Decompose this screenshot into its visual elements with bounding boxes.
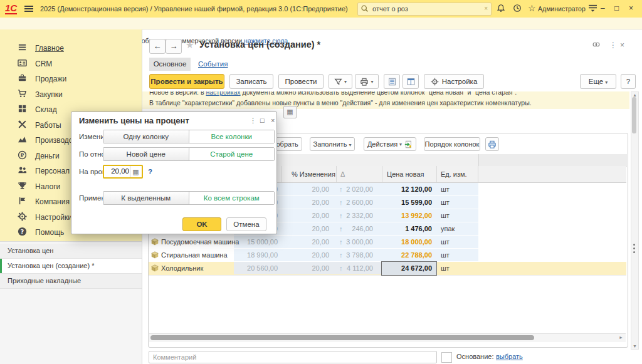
- ok-button[interactable]: OK: [182, 217, 221, 231]
- cell-nomenclature: Холодильник: [161, 264, 203, 272]
- actions-dropdown-button[interactable]: Действия▾: [364, 137, 416, 151]
- hscroll-right-arrow[interactable]: ►: [619, 335, 623, 340]
- history-icon[interactable]: [513, 4, 522, 13]
- service-menu-icon[interactable]: [588, 4, 597, 12]
- get-link-icon[interactable]: [592, 41, 601, 48]
- comment-input[interactable]: Комментарий: [149, 351, 437, 363]
- cell-unit: шт: [441, 264, 450, 272]
- company-icon: [18, 196, 28, 206]
- option-new-price[interactable]: Новой цене: [103, 148, 189, 160]
- vscroll-down-arrow[interactable]: ▼: [632, 344, 638, 348]
- window-close-button[interactable]: ×: [629, 4, 633, 13]
- purchases-icon: [18, 89, 28, 99]
- notifications-bell-icon[interactable]: [497, 4, 505, 13]
- fill-dropdown-button[interactable]: Заполнить▾: [310, 137, 355, 151]
- sidebar-item-sales[interactable]: Продажи: [0, 72, 142, 87]
- vscroll-thumb[interactable]: [632, 97, 636, 133]
- column-order-button[interactable]: Порядок колонок: [424, 137, 480, 151]
- tab-events[interactable]: События: [198, 58, 228, 71]
- tab-main[interactable]: Основное: [149, 58, 191, 71]
- favorite-star-icon[interactable]: ★: [186, 39, 194, 51]
- basis-expand-box[interactable]: [441, 352, 452, 363]
- sidebar-item-label: Главное: [35, 44, 64, 53]
- table-row[interactable]: Посудомоечная машина15 000,0020,00↑3 000…: [149, 236, 626, 249]
- open-window-item[interactable]: Установка цен: [0, 244, 142, 259]
- main-menu-icon[interactable]: [24, 4, 34, 13]
- form-vertical-scrollbar[interactable]: ▲ ▼: [631, 91, 639, 350]
- column-header-new-price[interactable]: Цена новая: [382, 166, 437, 183]
- basis-select-link[interactable]: выбрать: [496, 353, 523, 360]
- table-horizontal-scrollbar[interactable]: ►: [149, 333, 626, 342]
- option-old-price[interactable]: Старой цене: [189, 148, 275, 160]
- option-one-column[interactable]: Одну колонку: [103, 130, 189, 143]
- back-button[interactable]: ←: [149, 39, 166, 54]
- print-list-button[interactable]: [485, 137, 499, 151]
- cell-pct-change: 20,00: [282, 264, 329, 272]
- global-search-input[interactable]: отчет о роз ×: [357, 3, 492, 16]
- warehouse-icon: [18, 104, 28, 114]
- sidebar-item-main[interactable]: Главное: [0, 41, 142, 56]
- money-icon: P: [18, 150, 28, 160]
- settings-icon: [18, 212, 28, 222]
- taxes-icon: [18, 181, 28, 191]
- cancel-button[interactable]: Отмена: [226, 217, 266, 231]
- cell-new-price: 12 120,00: [382, 185, 432, 193]
- help-button[interactable]: ?: [621, 74, 636, 89]
- option-all-rows[interactable]: Ко всем строкам: [189, 192, 275, 204]
- splitter-grip-dot: [633, 247, 635, 249]
- cell-pct-change: 20,00: [282, 212, 329, 219]
- search-clear-icon[interactable]: ×: [484, 5, 488, 12]
- calculator-icon[interactable]: ▦: [130, 166, 141, 177]
- cell-unit: шт: [441, 212, 450, 219]
- window-maximize-button[interactable]: □: [614, 4, 619, 13]
- developer-warning-bar: Эта версия для разработчиков. Для приобр…: [0, 18, 642, 30]
- column-header-delta[interactable]: Δ: [337, 166, 382, 183]
- column-header-pct-change[interactable]: % Изменения: [282, 166, 337, 183]
- toggle-relative-to: Новой цене Старой цене: [103, 147, 275, 161]
- post-button[interactable]: Провести: [278, 74, 324, 89]
- column-header-filler: [478, 166, 626, 183]
- sidebar-item-purchases[interactable]: Закупки: [0, 88, 142, 103]
- favorites-star-icon[interactable]: ☆: [528, 3, 536, 13]
- column-header-unit[interactable]: Ед. изм.: [437, 166, 478, 183]
- staff-icon: [18, 165, 28, 175]
- option-selected-rows[interactable]: К выделенным: [103, 192, 189, 204]
- open-window-item[interactable]: Приходные накладные: [0, 274, 142, 289]
- svg-text:?: ?: [21, 228, 24, 235]
- cell-old-price: 20 560,00: [234, 264, 278, 272]
- report-structure-button[interactable]: [384, 74, 400, 89]
- window-minimize-button[interactable]: –: [601, 4, 605, 13]
- vscroll-up-arrow[interactable]: ▲: [632, 93, 638, 97]
- print-dropdown-button[interactable]: ▾: [355, 74, 379, 89]
- sidebar-item-crm[interactable]: CRM: [0, 57, 142, 72]
- app-title: 2025 (Демонстрационная версия) / Управле…: [40, 5, 348, 13]
- form-close-icon[interactable]: ×: [620, 41, 624, 49]
- option-all-columns[interactable]: Все колонки: [189, 130, 275, 143]
- post-and-close-button[interactable]: Провести и закрыть: [149, 74, 224, 89]
- cell-nomenclature: Посудомоечная машина: [161, 238, 239, 246]
- current-user[interactable]: Администратор: [538, 5, 586, 13]
- forward-button[interactable]: →: [166, 39, 182, 54]
- more-button[interactable]: Еще▾: [580, 74, 616, 89]
- dialog-more-icon[interactable]: ⋮: [250, 117, 256, 125]
- percent-help-link[interactable]: ?: [148, 168, 152, 175]
- dialog-close-icon[interactable]: ×: [271, 117, 275, 124]
- dialog-maximize-icon[interactable]: □: [260, 117, 265, 124]
- date-calendar-button[interactable]: ▦: [283, 106, 297, 118]
- open-window-item[interactable]: Установка цен (создание) *: [0, 259, 142, 274]
- filter-dropdown-button[interactable]: ▾: [329, 74, 352, 89]
- crm-icon: [18, 58, 28, 68]
- sidebar-item-label: Персонал: [35, 167, 70, 175]
- cell-unit: шт: [441, 185, 450, 193]
- dialog-title: Изменить цены на процент: [79, 116, 189, 125]
- write-button[interactable]: Записать: [229, 74, 273, 89]
- hscroll-thumb[interactable]: [150, 335, 534, 340]
- cell-unit: шт: [441, 199, 450, 206]
- table-row[interactable]: Холодильник20 560,0020,00↑4 112,0024 672…: [149, 262, 626, 276]
- open-related-button[interactable]: [403, 74, 419, 89]
- info-settings-link[interactable]: настройках: [206, 91, 240, 96]
- settings-button[interactable]: Настройка: [424, 74, 484, 89]
- percent-input[interactable]: 20,00 ▦: [103, 165, 143, 179]
- table-row[interactable]: Стиральная машина18 990,0020,00↑3 798,00…: [149, 249, 626, 263]
- form-more-icon[interactable]: ⋮: [609, 41, 617, 49]
